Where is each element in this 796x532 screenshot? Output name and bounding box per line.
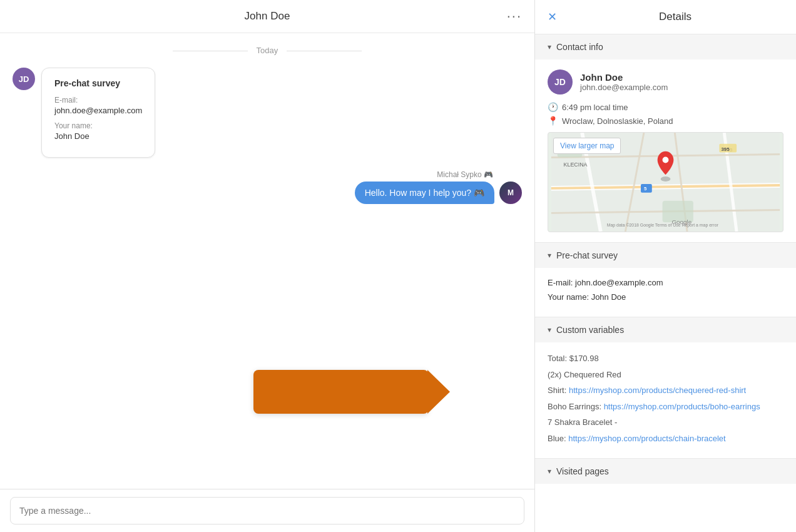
- custom-var-item1: (2x) Chequered Red: [548, 369, 783, 381]
- email-label: E-mail:: [54, 96, 142, 105]
- clock-icon: 🕐: [548, 102, 558, 112]
- contact-info-user: JD John Doe john.doe@example.com: [548, 69, 783, 95]
- chat-title: John Doe: [245, 10, 290, 23]
- chat-messages: Today JD Pre-chat survey E-mail: john.do…: [0, 33, 534, 489]
- close-button[interactable]: ✕: [548, 10, 557, 24]
- custom-var-total: Total: $170.98: [548, 352, 783, 365]
- shirt-link[interactable]: https://myshop.com/products/chequered-re…: [569, 386, 746, 395]
- survey-card: Pre-chat survey E-mail: john.doe@example…: [41, 68, 155, 158]
- custom-var-bracelet-link: Blue: https://myshop.com/products/chain-…: [548, 432, 783, 445]
- chat-input[interactable]: [10, 497, 524, 524]
- chat-input-area: [0, 489, 534, 532]
- contact-location: 📍 Wroclaw, Dolnoslaskie, Poland: [548, 116, 783, 126]
- custom-vars-section-header[interactable]: ▾ Custom variables: [535, 317, 796, 342]
- chevron-down-icon-3: ▾: [548, 325, 551, 334]
- earrings-link[interactable]: https://myshop.com/products/boho-earring…: [604, 402, 760, 411]
- arrow-notification: [160, 370, 522, 414]
- name-value: John Doe: [54, 131, 142, 141]
- contact-email: john.doe@example.com: [580, 83, 668, 92]
- contact-info-content: JD John Doe john.doe@example.com 🕐 6:49 …: [535, 59, 796, 242]
- svg-point-20: [663, 157, 669, 163]
- custom-vars-content: Total: $170.98 (2x) Chequered Red Shirt:…: [535, 342, 796, 458]
- view-larger-map-button[interactable]: View larger map: [553, 138, 621, 154]
- visited-pages-section-header[interactable]: ▾ Visited pages: [535, 459, 796, 484]
- custom-vars-label: Custom variables: [556, 325, 624, 335]
- custom-var-bracelet: 7 Shakra Bracelet -: [548, 416, 783, 429]
- user-avatar: JD: [13, 68, 35, 90]
- agent-avatar: M: [499, 182, 522, 204]
- pre-chat-content: E-mail: john.doe@example.com Your name: …: [535, 268, 796, 317]
- details-header: ✕ Details: [535, 0, 796, 34]
- contact-name-block: John Doe john.doe@example.com: [580, 72, 668, 92]
- agent-message-row: Michał Sypko 🎮 Hello. How may I help you…: [13, 170, 522, 204]
- custom-var-earrings: Boho Earrings: https://myshop.com/produc…: [548, 401, 783, 413]
- chevron-down-icon: ▾: [548, 43, 551, 51]
- details-panel: ✕ Details ▾ Contact info JD John Doe joh…: [535, 0, 796, 532]
- svg-text:5: 5: [644, 186, 647, 192]
- contact-time: 🕐 6:49 pm local time: [548, 102, 783, 112]
- date-separator: Today: [13, 46, 522, 55]
- chevron-down-icon-2: ▾: [548, 251, 551, 260]
- chat-header: John Doe ···: [0, 0, 534, 33]
- contact-name: John Doe: [580, 72, 668, 83]
- details-title: Details: [567, 11, 783, 23]
- svg-text:KLECINA: KLECINA: [564, 161, 588, 168]
- pre-chat-label: Pre-chat survey: [556, 250, 618, 260]
- svg-text:Map data ©2018 Google   Terms : Map data ©2018 Google Terms of Use Repor…: [607, 223, 719, 228]
- chevron-down-icon-4: ▾: [548, 467, 551, 476]
- bracelet-link[interactable]: https://myshop.com/products/chain-bracel…: [568, 434, 725, 443]
- chat-panel: John Doe ··· Today JD Pre-chat survey E-…: [0, 0, 535, 532]
- svg-text:395: 395: [721, 146, 730, 152]
- location-icon: 📍: [548, 116, 558, 126]
- custom-var-shirt: Shirt: https://myshop.com/products/chequ…: [548, 384, 783, 397]
- pre-chat-section-header[interactable]: ▾ Pre-chat survey: [535, 243, 796, 268]
- survey-bubble: JD Pre-chat survey E-mail: john.doe@exam…: [13, 68, 522, 158]
- agent-name: Michał Sypko 🎮: [437, 170, 493, 179]
- contact-info-label: Contact info: [556, 42, 603, 52]
- contact-avatar: JD: [548, 69, 573, 95]
- survey-card-title: Pre-chat survey: [54, 78, 142, 88]
- name-label: Your name:: [54, 121, 142, 130]
- agent-message-inner: Hello. How may I help you? 🎮 M: [355, 182, 522, 204]
- svg-point-19: [661, 176, 671, 182]
- visited-pages-label: Visited pages: [556, 466, 609, 476]
- arrow-shape: [253, 370, 429, 414]
- email-value: john.doe@example.com: [54, 106, 142, 115]
- pre-chat-email: E-mail: john.doe@example.com: [548, 278, 783, 287]
- contact-info-section-header[interactable]: ▾ Contact info: [535, 34, 796, 59]
- pre-chat-name: Your name: John Doe: [548, 292, 783, 302]
- message-bubble: Hello. How may I help you? 🎮: [355, 182, 494, 204]
- chat-menu-button[interactable]: ···: [507, 8, 522, 24]
- map-container: View larger map KLECINA 395: [548, 132, 783, 232]
